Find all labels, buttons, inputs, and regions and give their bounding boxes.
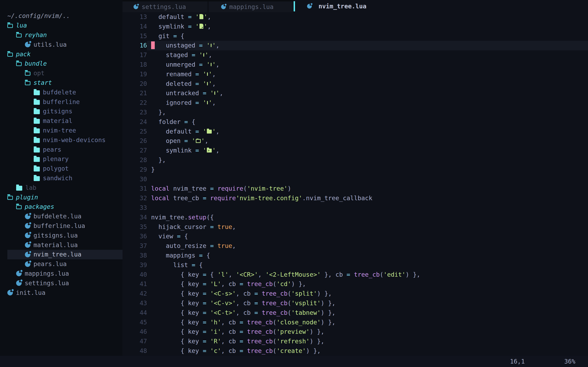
tree-item[interactable]: settings.lua bbox=[0, 278, 122, 288]
code-line[interactable]: 13 default = '', bbox=[122, 12, 588, 22]
code-token: = bbox=[254, 309, 258, 316]
line-number: 38 bbox=[122, 251, 147, 260]
code-line-text: view = { bbox=[147, 232, 588, 241]
tree-item[interactable]: nvim-web-devicons bbox=[0, 135, 122, 145]
code-line[interactable]: 15 git = { bbox=[122, 31, 588, 41]
tree-item[interactable]: material bbox=[0, 116, 122, 126]
code-line[interactable]: 38 mappings = { bbox=[122, 251, 588, 260]
code-editor[interactable]: 13 default = '',14 symlink = '',15 git =… bbox=[122, 12, 588, 356]
code-line[interactable]: 40 { key = { 'l', '<CR>', '<2-LeftMouse>… bbox=[122, 270, 588, 280]
code-line[interactable]: 22 ignored = '', bbox=[122, 98, 588, 108]
code-token: = bbox=[240, 347, 243, 354]
code-line[interactable]: 28 }, bbox=[122, 155, 588, 165]
code-line[interactable]: 34nvim_tree.setup({ bbox=[122, 213, 588, 222]
code-line[interactable]: 44 { key = '<C-t>', cb = tree_cb('tabnew… bbox=[122, 308, 588, 318]
tree-item[interactable]: pears.lua bbox=[0, 259, 122, 269]
code-line[interactable]: 26 open = '', bbox=[122, 136, 588, 146]
tree-item[interactable]: plenary bbox=[0, 154, 122, 164]
code-token: , cb bbox=[221, 347, 240, 354]
code-token: setup bbox=[188, 214, 207, 221]
tree-item[interactable]: lab bbox=[0, 183, 122, 192]
code-token: , bbox=[216, 128, 219, 135]
lua-file-icon bbox=[16, 271, 22, 276]
tree-item[interactable]: utils.lua bbox=[0, 40, 122, 49]
code-line[interactable]: 35 hijack_cursor = true, bbox=[122, 222, 588, 232]
tree-item[interactable]: nvim-tree bbox=[0, 126, 122, 135]
code-line[interactable]: 31local nvim_tree = require('nvim-tree') bbox=[122, 184, 588, 193]
code-line[interactable]: 42 { key = '<C-s>', cb = tree_cb('split'… bbox=[122, 289, 588, 299]
code-token: = bbox=[184, 118, 188, 125]
code-token: ) }, bbox=[310, 328, 324, 335]
tree-item[interactable]: polygot bbox=[0, 164, 122, 174]
file-symlink-icon bbox=[199, 24, 203, 29]
code-line[interactable]: 29} bbox=[122, 165, 588, 175]
code-line[interactable]: 24 folder = { bbox=[122, 117, 588, 127]
code-line[interactable]: 16 unstaged = '', bbox=[122, 41, 588, 50]
code-token: ' bbox=[212, 42, 216, 49]
tree-item[interactable]: gitsigns.lua bbox=[0, 231, 122, 240]
code-token: , cb bbox=[221, 319, 240, 326]
code-token bbox=[207, 194, 210, 202]
file-tree[interactable]: ~/.config/nvim/..luareyhanutils.luapackb… bbox=[0, 11, 122, 298]
code-line[interactable]: 41 { key = 'L', cb = tree_cb('cd') }, bbox=[122, 279, 588, 289]
code-line[interactable]: 18 unmerged = '', bbox=[122, 60, 588, 69]
tree-item[interactable]: opt bbox=[0, 68, 122, 78]
tree-item[interactable]: bufferline bbox=[0, 97, 122, 107]
code-line[interactable]: 46 { key = 'i', cb = tree_cb('preview') … bbox=[122, 327, 588, 337]
line-number: 17 bbox=[122, 50, 147, 60]
code-line[interactable]: 17 staged = '', bbox=[122, 50, 588, 60]
code-line[interactable]: 25 default = '', bbox=[122, 127, 588, 136]
code-token: , bbox=[208, 23, 211, 30]
tree-item[interactable]: bufdelete.lua bbox=[0, 212, 122, 221]
code-token: ' bbox=[204, 23, 208, 30]
tree-item[interactable]: init.lua bbox=[0, 288, 122, 298]
code-line[interactable]: 21 untracked = '', bbox=[122, 89, 588, 98]
tree-item[interactable]: plugin bbox=[0, 192, 122, 202]
code-line[interactable]: 47 { key = 'R', cb = tree_cb('refresh') … bbox=[122, 337, 588, 346]
code-line[interactable]: 20 deleted = '', bbox=[122, 79, 588, 89]
nvim-window: ~/.config/nvim/..luareyhanutils.luapackb… bbox=[0, 0, 588, 367]
code-line[interactable]: 27 symlink = '', bbox=[122, 146, 588, 155]
active-tab-zone[interactable]: nvim_tree.lua bbox=[294, 0, 588, 12]
code-token: ( bbox=[273, 280, 277, 287]
code-line[interactable]: 32local tree_cb = require'nvim-tree.conf… bbox=[122, 193, 588, 203]
code-token: 'nvim-tree.config' bbox=[236, 194, 302, 202]
code-token: { bbox=[177, 33, 184, 40]
lua-file-icon bbox=[25, 233, 30, 238]
tree-item[interactable]: bufdelete bbox=[0, 87, 122, 97]
tree-item[interactable]: start bbox=[0, 78, 122, 88]
tree-item[interactable]: material.lua bbox=[0, 240, 122, 250]
tree-item[interactable]: pack bbox=[0, 49, 122, 59]
code-token: = bbox=[203, 338, 207, 345]
code-token: ) }, bbox=[291, 280, 306, 287]
code-line[interactable]: 19 renamed = '', bbox=[122, 69, 588, 79]
code-line[interactable]: 48 { key = 'c', cb = tree_cb('create') }… bbox=[122, 346, 588, 356]
code-line[interactable]: 37 auto_resize = true, bbox=[122, 241, 588, 251]
code-line[interactable]: 33 bbox=[122, 203, 588, 213]
tree-item[interactable]: nvim_tree.lua bbox=[0, 250, 122, 259]
code-token: tree_cb bbox=[262, 300, 287, 307]
tree-item[interactable]: ~/.config/nvim/.. bbox=[0, 11, 122, 21]
tree-item[interactable]: bufferline.lua bbox=[0, 221, 122, 231]
tree-item[interactable]: pears bbox=[0, 145, 122, 154]
tree-item[interactable]: gitsigns bbox=[0, 107, 122, 116]
code-token: }, bbox=[151, 156, 166, 164]
code-line[interactable]: 36 view = { bbox=[122, 232, 588, 241]
code-token: = bbox=[195, 128, 199, 135]
tree-item[interactable]: packages bbox=[0, 202, 122, 212]
code-line[interactable]: 43 { key = '<C-v>', cb = tree_cb('vsplit… bbox=[122, 299, 588, 308]
tree-item[interactable]: bundle bbox=[0, 59, 122, 68]
folder-solid-icon bbox=[16, 186, 22, 191]
code-line[interactable]: 30 bbox=[122, 175, 588, 184]
tree-item[interactable]: reyhan bbox=[0, 30, 122, 40]
tree-item[interactable]: sandwich bbox=[0, 174, 122, 183]
code-line[interactable]: 39 list = { bbox=[122, 260, 588, 270]
tree-item[interactable]: mappings.lua bbox=[0, 269, 122, 278]
tree-item[interactable]: lua bbox=[0, 21, 122, 30]
code-line[interactable]: 14 symlink = '', bbox=[122, 22, 588, 31]
tab-settings-lua[interactable]: settings.lua bbox=[122, 1, 208, 12]
tab-mappings-lua[interactable]: mappings.lua bbox=[208, 1, 293, 12]
code-line[interactable]: 45 { key = 'h', cb = tree_cb('close_node… bbox=[122, 318, 588, 327]
code-token: = bbox=[199, 252, 203, 259]
code-line[interactable]: 23 }, bbox=[122, 108, 588, 117]
